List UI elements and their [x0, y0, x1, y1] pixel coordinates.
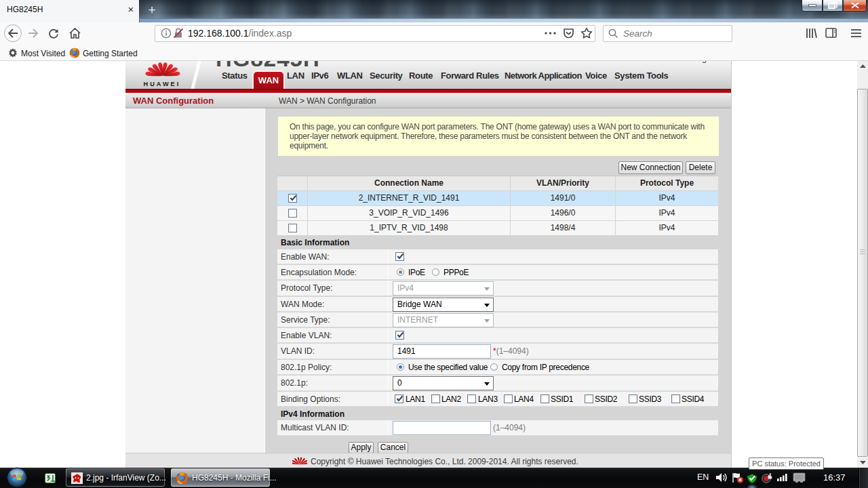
svg-text:HUAWEI: HUAWEI: [144, 81, 181, 87]
